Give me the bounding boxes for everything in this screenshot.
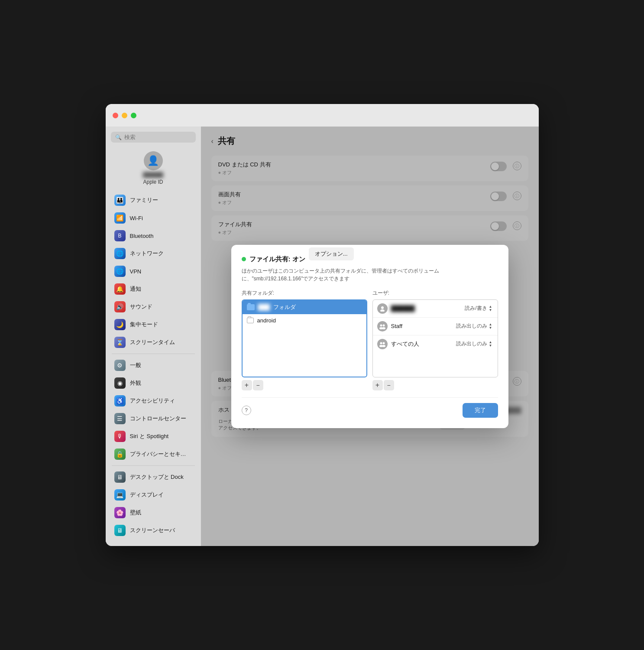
sidebar-item-label: スクリーンセーバ: [130, 526, 175, 534]
appearance-icon: ◉: [114, 377, 126, 389]
file-sharing-modal: ファイル共有: オン オプション... ほかのユーザはこのコンピュータ上の共有フ…: [231, 245, 508, 428]
wallpaper-icon: 🌸: [114, 507, 126, 518]
modal-header: ファイル共有: オン オプション...: [242, 255, 498, 263]
search-icon: 🔍: [115, 134, 122, 140]
user-item-everyone: すべての人 読み出しのみ ▲ ▼: [373, 335, 498, 353]
privacy-icon: 🔒: [114, 448, 126, 460]
user-stepper-staff[interactable]: ▲ ▼: [488, 323, 493, 330]
sidebar-item-label: ファミリー: [130, 196, 158, 204]
users-label: ユーザ:: [372, 289, 498, 297]
sidebar-item-control[interactable]: ☰ コントロールセンター: [108, 410, 198, 427]
title-bar: [106, 104, 539, 127]
sidebar-item-label: 集中モード: [130, 321, 158, 328]
search-box[interactable]: 🔍: [111, 132, 196, 143]
options-button[interactable]: オプション...: [309, 247, 354, 260]
folder-list: ███ フォルダ android: [242, 299, 367, 377]
sidebar-item-screentime[interactable]: ⌛ スクリーンタイム: [108, 334, 198, 351]
bluetooth-icon: B: [114, 230, 126, 241]
users-col: ユーザ: ██: [372, 289, 498, 390]
folder-item-android[interactable]: android: [243, 314, 366, 327]
sidebar-item-bluetooth[interactable]: B Bluetooth: [108, 227, 198, 244]
svg-point-0: [381, 306, 384, 309]
user-avatar-staff: [377, 321, 388, 332]
general-icon: ⚙: [114, 360, 126, 371]
sidebar-item-label: プライバシーとセキュリティ: [130, 450, 186, 458]
sidebar-item-vpn[interactable]: 🌐 VPN: [108, 263, 198, 280]
sidebar-item-sound[interactable]: 🔊 サウンド: [108, 298, 198, 315]
sidebar-item-label: コントロールセンター: [130, 415, 186, 422]
sidebar-item-label: 通知: [130, 285, 141, 293]
sidebar-item-privacy[interactable]: 🔒 プライバシーとセキュリティ: [108, 445, 198, 463]
shared-folders-col: 共有フォルダ: ███ フォルダ: [242, 289, 367, 390]
user-name-staff: Staff: [391, 323, 453, 329]
user-avatar-1: [377, 303, 388, 314]
sidebar-item-label: 壁紙: [130, 509, 141, 517]
add-folder-button[interactable]: +: [242, 380, 252, 390]
sidebar: 🔍 👤 ██████ Apple ID 👪 ファミリー 📶 Wi-Fi B: [106, 127, 201, 546]
stepper-down-everyone[interactable]: ▼: [488, 344, 493, 348]
folder-item-selected[interactable]: ███ フォルダ: [243, 300, 366, 314]
sidebar-item-appearance[interactable]: ◉ 外観: [108, 374, 198, 392]
notification-icon: 🔔: [114, 283, 126, 295]
folder-name-suffix: フォルダ: [273, 303, 296, 311]
folder-icon-plain: [247, 318, 254, 323]
user-role-staff: 読み出しのみ ▲ ▼: [456, 322, 493, 330]
sidebar-item-focus[interactable]: 🌙 集中モード: [108, 316, 198, 333]
modal-description: ほかのユーザはこのコンピュータ上の共有フォルダに、管理者はすべてのボリューム に…: [242, 267, 498, 283]
minimize-button[interactable]: [122, 113, 127, 118]
sidebar-item-label: ディスプレイ: [130, 491, 164, 499]
done-button[interactable]: 完了: [463, 403, 498, 418]
profile-name-blurred: ██████: [143, 172, 163, 177]
user-role-everyone: 読み出しのみ ▲ ▼: [456, 340, 493, 348]
screensaver-icon: 🖥: [114, 525, 126, 536]
folder-name-android: android: [257, 317, 276, 324]
stepper-down-staff[interactable]: ▼: [488, 326, 493, 330]
user-role-1: 読み/書き ▲ ▼: [465, 305, 493, 312]
sidebar-item-label: スクリーンタイム: [130, 338, 175, 346]
sidebar-item-screensaver[interactable]: 🖥 スクリーンセーバ: [108, 522, 198, 539]
profile-label: Apple ID: [143, 179, 163, 185]
search-input[interactable]: [124, 134, 191, 140]
wifi-icon: 📶: [114, 212, 126, 224]
folder-icon-selected: [247, 304, 255, 310]
svg-point-1: [380, 309, 385, 312]
sidebar-item-siri[interactable]: 🎙 Siri と Spotlight: [108, 428, 198, 445]
sidebar-item-label: アクセシビリティ: [130, 397, 175, 405]
remove-folder-button[interactable]: −: [253, 380, 263, 390]
user-stepper-everyone[interactable]: ▲ ▼: [488, 341, 493, 348]
sidebar-item-network[interactable]: 🌐 ネットワーク: [108, 245, 198, 262]
maximize-button[interactable]: [131, 113, 136, 118]
sidebar-item-display[interactable]: 💻 ディスプレイ: [108, 486, 198, 504]
focus-icon: 🌙: [114, 319, 126, 330]
sidebar-item-accessibility[interactable]: ♿ アクセシビリティ: [108, 392, 198, 410]
user-stepper-1[interactable]: ▲ ▼: [488, 305, 493, 312]
desktop-icon: 🖥: [114, 471, 126, 483]
modal-title: ファイル共有: オン: [249, 255, 305, 263]
sidebar-item-wifi[interactable]: 📶 Wi-Fi: [108, 209, 198, 227]
sidebar-item-label: ネットワーク: [130, 250, 164, 257]
stepper-down-1[interactable]: ▼: [488, 309, 493, 312]
svg-point-3: [382, 324, 385, 326]
modal-columns: 共有フォルダ: ███ フォルダ: [242, 289, 498, 390]
user-list-controls: + −: [372, 380, 498, 390]
family-icon: 👪: [114, 195, 126, 206]
svg-point-6: [380, 342, 382, 344]
folder-list-controls: + −: [242, 380, 367, 390]
close-button[interactable]: [113, 113, 118, 118]
display-icon: 💻: [114, 489, 126, 500]
profile-section[interactable]: 👤 ██████ Apple ID: [106, 148, 201, 191]
avatar: 👤: [144, 151, 163, 170]
sidebar-item-label: デスクトップと Dock: [130, 473, 184, 481]
sidebar-item-wallpaper[interactable]: 🌸 壁紙: [108, 504, 198, 521]
sidebar-item-notification[interactable]: 🔔 通知: [108, 280, 198, 298]
sidebar-item-family[interactable]: 👪 ファミリー: [108, 192, 198, 209]
modal-footer: ? 完了: [242, 397, 498, 418]
help-button[interactable]: ?: [242, 406, 251, 415]
remove-user-button[interactable]: −: [384, 380, 394, 390]
control-icon: ☰: [114, 413, 126, 424]
sidebar-item-desktop[interactable]: 🖥 デスクトップと Dock: [108, 468, 198, 486]
add-user-button[interactable]: +: [372, 380, 383, 390]
user-item-staff: Staff 読み出しのみ ▲ ▼: [373, 318, 498, 335]
svg-point-7: [382, 342, 385, 344]
sidebar-item-general[interactable]: ⚙ 一般: [108, 357, 198, 374]
